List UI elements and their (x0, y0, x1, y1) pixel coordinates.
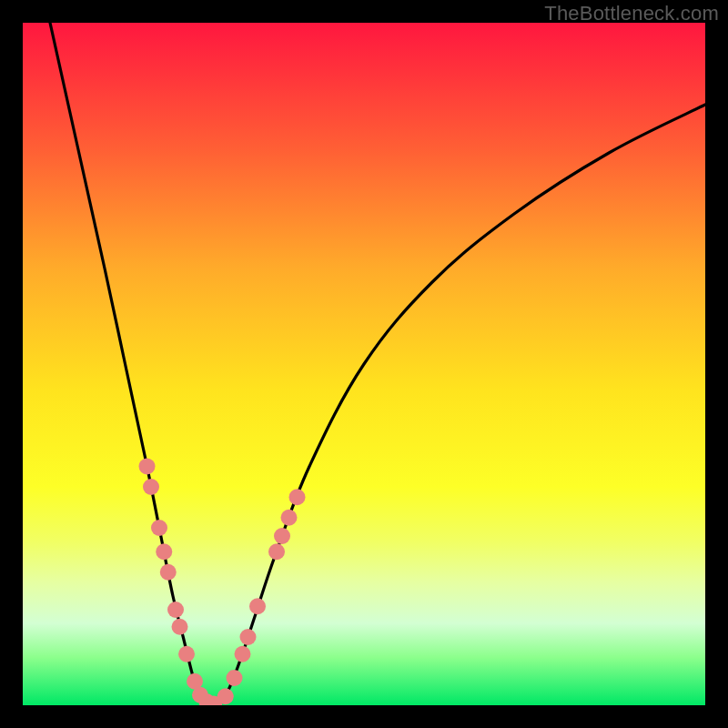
data-marker (240, 629, 257, 645)
data-marker (172, 619, 188, 635)
chart-svg (23, 23, 705, 705)
curve-right-curve (214, 105, 705, 705)
data-marker (151, 520, 167, 536)
data-marker (268, 543, 285, 560)
watermark-text: TheBottleneck.com (544, 2, 719, 25)
data-marker (274, 528, 290, 544)
data-marker (156, 543, 172, 560)
curve-left-curve (50, 23, 214, 705)
data-marker (281, 510, 298, 526)
data-marker (160, 564, 177, 581)
chart-frame: TheBottleneck.com (0, 0, 728, 728)
data-marker (249, 598, 266, 614)
data-marker (217, 688, 234, 704)
data-marker (227, 670, 243, 686)
chart-plot-area (23, 23, 705, 705)
curve-layer (50, 23, 705, 705)
data-marker (235, 646, 251, 662)
data-marker (139, 459, 156, 475)
data-marker (143, 479, 159, 495)
data-marker (167, 602, 184, 618)
data-marker (289, 489, 306, 505)
marker-layer (139, 459, 306, 706)
data-marker (178, 646, 195, 662)
